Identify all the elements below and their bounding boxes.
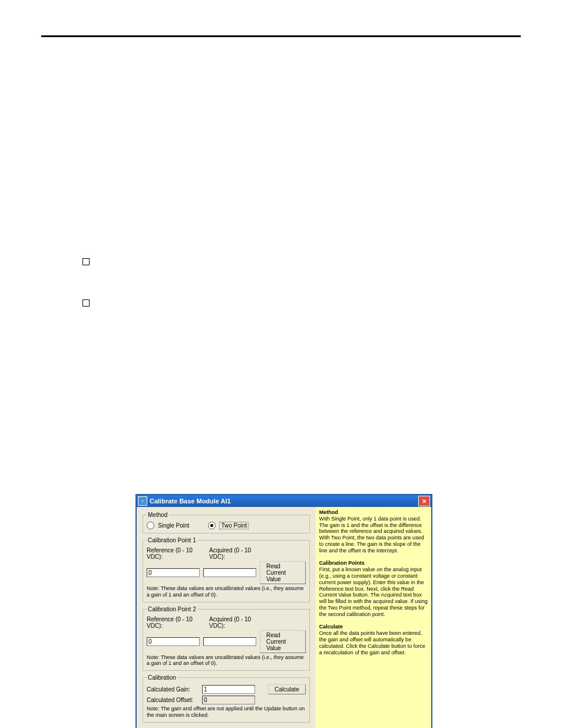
divider-top bbox=[41, 35, 521, 37]
help-heading-calibration-points: Calibration Points bbox=[319, 560, 365, 566]
window-title: Calibrate Base Module AI1 bbox=[150, 498, 231, 505]
cp1-note: Note: These data values are uncalibrated… bbox=[147, 585, 306, 598]
help-text-calibration-points: First, put a known value on the analog i… bbox=[319, 566, 428, 617]
radio-single-point[interactable] bbox=[147, 522, 154, 529]
cp1-legend: Calibration Point 1 bbox=[147, 537, 197, 543]
cp2-reference-input[interactable] bbox=[147, 637, 200, 646]
help-heading-calculate: Calculate bbox=[319, 624, 343, 630]
checkbox-bullet bbox=[82, 299, 90, 307]
cp1-ref-label: Reference (0 - 10 VDC): bbox=[147, 547, 206, 560]
cp1-read-current-value-button[interactable]: Read Current Value bbox=[260, 561, 306, 584]
method-legend: Method bbox=[147, 512, 168, 518]
help-panel: Method With Single Point, only 1 data po… bbox=[316, 507, 431, 728]
checkbox-bullet bbox=[82, 258, 90, 265]
method-group: Method Single Point Two Point bbox=[143, 512, 310, 533]
cp2-read-current-value-button[interactable]: Read Current Value bbox=[260, 630, 306, 653]
calculate-button[interactable]: Calculate bbox=[268, 684, 306, 694]
cp2-acq-label: Acquired (0 - 10 VDC): bbox=[209, 616, 268, 629]
help-heading-method: Method bbox=[319, 509, 338, 515]
calibration-group: Calibration Calculated Gain: Calculate C… bbox=[143, 674, 310, 723]
calibration-point-1: Calibration Point 1 Reference (0 - 10 VD… bbox=[143, 537, 310, 602]
calibration-point-2: Calibration Point 2 Reference (0 - 10 VD… bbox=[143, 606, 310, 671]
app-icon: ▫ bbox=[138, 496, 147, 506]
cp2-ref-label: Reference (0 - 10 VDC): bbox=[147, 616, 206, 629]
calculated-offset-label: Calculated Offset: bbox=[147, 697, 199, 703]
calculated-offset-input bbox=[202, 696, 255, 704]
close-icon[interactable]: ✕ bbox=[418, 496, 430, 506]
cp2-note: Note: These data values are uncalibrated… bbox=[147, 654, 306, 667]
radio-two-point-label: Two Point bbox=[219, 522, 249, 529]
cp1-reference-input[interactable] bbox=[147, 568, 200, 577]
cp2-legend: Calibration Point 2 bbox=[147, 606, 197, 612]
titlebar[interactable]: ▫ Calibrate Base Module AI1 ✕ bbox=[137, 495, 431, 507]
cp1-acquired-input[interactable] bbox=[203, 568, 256, 577]
help-text-calculate: Once all the data points have been enter… bbox=[319, 630, 425, 655]
calculated-gain-label: Calculated Gain: bbox=[147, 686, 199, 693]
calibration-note: Note: The gain and offset are not applie… bbox=[147, 706, 306, 719]
radio-single-point-label: Single Point bbox=[158, 522, 189, 529]
radio-two-point[interactable] bbox=[208, 522, 216, 529]
cp1-acq-label: Acquired (0 - 10 VDC): bbox=[209, 547, 268, 560]
calibrate-dialog: ▫ Calibrate Base Module AI1 ✕ Method Sin… bbox=[135, 494, 432, 728]
calculated-gain-input[interactable] bbox=[202, 685, 255, 694]
help-text-method: With Single Point, only 1 data point is … bbox=[319, 516, 424, 554]
calibration-legend: Calibration bbox=[147, 674, 177, 681]
cp2-acquired-input[interactable] bbox=[203, 637, 256, 646]
